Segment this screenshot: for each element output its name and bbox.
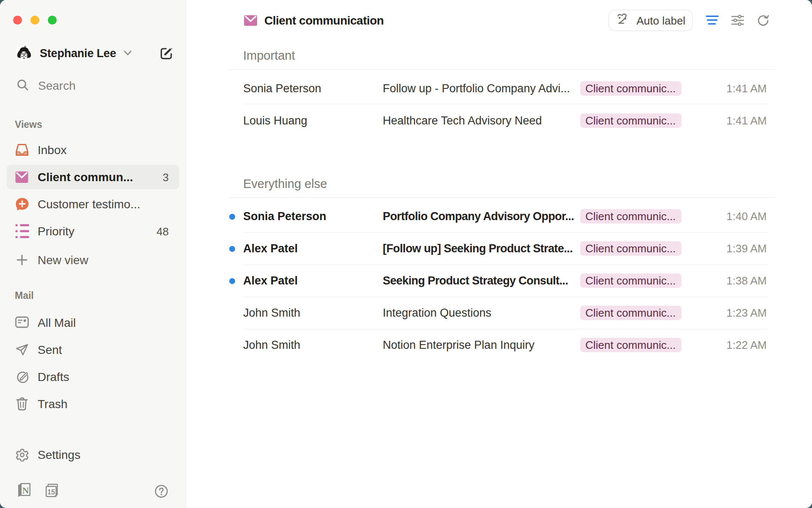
svg-text:N: N [22, 485, 29, 496]
svg-text:15: 15 [47, 489, 55, 496]
